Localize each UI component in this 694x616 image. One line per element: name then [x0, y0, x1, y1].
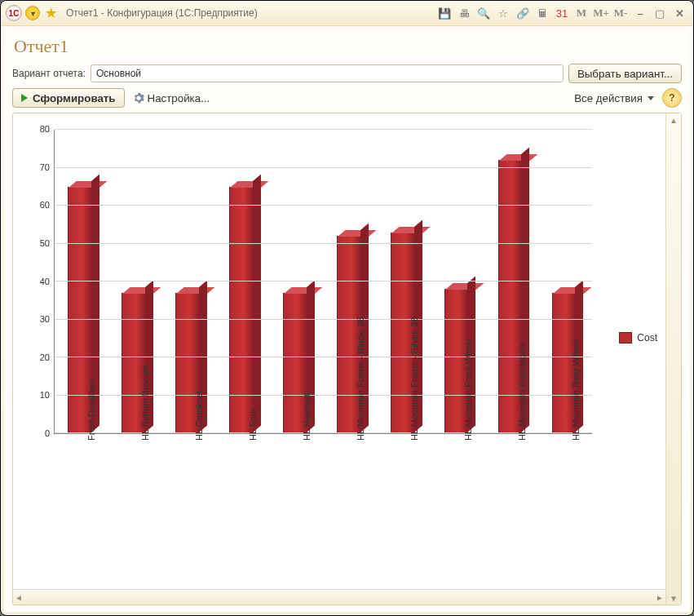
calc-icon[interactable]: 🖩 [533, 4, 551, 22]
all-actions-button[interactable]: Все действия [571, 88, 657, 108]
choose-variant-button[interactable]: Выбрать вариант... [568, 64, 682, 83]
gear-icon [133, 92, 144, 104]
toolbar-row: Сформировать Настройка... Все действия ? [12, 88, 682, 108]
window-menu-icon[interactable]: ▾ [25, 6, 40, 20]
y-tick-label: 60 [25, 200, 50, 210]
chevron-down-icon [648, 96, 654, 100]
variant-label: Вариант отчета: [12, 68, 86, 79]
chart-inner: Cost Front DerailleurHL Bottom BracketHL… [13, 113, 665, 605]
star-icon[interactable]: ☆ [494, 4, 512, 22]
scroll-left-icon[interactable]: ◄ [15, 593, 23, 602]
all-actions-label: Все действия [574, 92, 643, 104]
choose-variant-label: Выбрать вариант... [577, 68, 673, 80]
app-logo-icon: 1C [6, 5, 22, 21]
y-tick-label: 10 [25, 390, 50, 400]
settings-label: Настройка... [148, 92, 210, 104]
y-tick-label: 0 [25, 428, 50, 438]
y-tick-label: 40 [25, 277, 50, 286]
scroll-down-icon[interactable]: ▼ [666, 592, 681, 605]
y-tick-label: 80 [25, 124, 50, 134]
chart-area: Cost Front DerailleurHL Bottom BracketHL… [13, 113, 665, 589]
preview-icon[interactable]: 🔍 [475, 4, 493, 22]
save-icon[interactable]: 💾 [435, 4, 453, 22]
print-icon[interactable]: 🖶 [455, 4, 473, 22]
vertical-scrollbar[interactable]: ▲ ▼ [665, 113, 681, 605]
calendar-icon[interactable]: 31 [553, 4, 571, 22]
minimize-button[interactable]: – [631, 4, 649, 22]
settings-button[interactable]: Настройка... [130, 88, 214, 108]
horizontal-scrollbar[interactable]: ◄ ► [13, 589, 665, 605]
grid-line [55, 205, 592, 206]
memory-mplus-button[interactable]: M+ [592, 4, 610, 22]
help-label: ? [669, 92, 674, 104]
run-report-button[interactable]: Сформировать [12, 88, 125, 108]
titlebar-tray: 💾 🖶 🔍 ☆ 🔗 🖩 31 M M+ M- – ▢ ✕ [435, 4, 688, 22]
window-title: Отчет1 - Конфигурация (1С:Предприятие) [66, 7, 432, 19]
y-tick-label: 50 [25, 238, 50, 248]
play-icon [21, 94, 28, 102]
titlebar: 1C ▾ ★ Отчет1 - Конфигурация (1С:Предпри… [1, 1, 693, 26]
y-tick-label: 30 [25, 314, 50, 324]
favorite-icon[interactable]: ★ [43, 6, 58, 20]
grid-line [55, 129, 592, 130]
y-tick-label: 70 [25, 162, 50, 172]
grid-line [55, 281, 592, 281]
page-title: Отчет1 [14, 36, 682, 57]
run-report-label: Сформировать [33, 92, 116, 104]
memory-m-button[interactable]: M [572, 4, 590, 22]
link-icon[interactable]: 🔗 [514, 4, 532, 22]
help-button[interactable]: ? [662, 88, 682, 108]
variant-input[interactable] [91, 64, 564, 82]
memory-mminus-button[interactable]: M- [612, 4, 630, 22]
maximize-button[interactable]: ▢ [651, 4, 669, 22]
scroll-up-icon[interactable]: ▲ [666, 113, 681, 126]
variant-row: Вариант отчета: Выбрать вариант... [12, 64, 682, 83]
grid-line [55, 167, 592, 168]
app-window: 1C ▾ ★ Отчет1 - Конфигурация (1С:Предпри… [0, 0, 694, 616]
chart-container: Cost Front DerailleurHL Bottom BracketHL… [12, 113, 682, 605]
grid-line [55, 243, 592, 244]
y-tick-label: 20 [25, 352, 50, 362]
close-button[interactable]: ✕ [670, 4, 688, 22]
content-area: Отчет1 Вариант отчета: Выбрать вариант..… [4, 29, 690, 612]
scroll-right-icon[interactable]: ► [656, 593, 664, 602]
